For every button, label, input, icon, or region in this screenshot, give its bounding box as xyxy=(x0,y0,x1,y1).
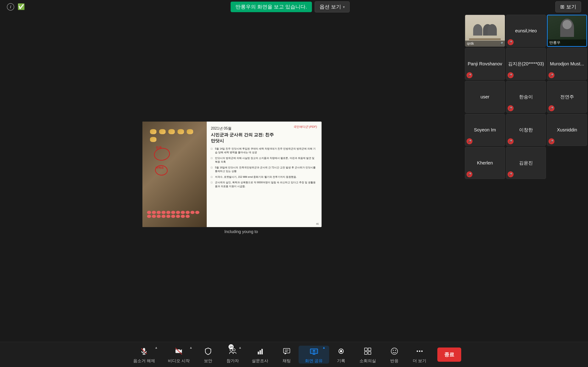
svg-rect-9 xyxy=(258,352,259,354)
slide-annotation-label1: 친주 xyxy=(156,146,162,150)
end-meeting-button[interactable]: 종료 xyxy=(437,348,461,362)
slide-title: 시민군과 군사위 간의 교전: 친주만닷시 xyxy=(211,132,317,144)
toolbar-share[interactable]: ▲ 화면 공유 xyxy=(299,346,329,364)
slide-bullets: 5월 14일 친주 민닷시에 투입된 쿠데타 세력 차량 6대가 친주 민방위군… xyxy=(211,147,317,188)
toolbar-chat[interactable]: 채팅 xyxy=(275,346,299,364)
svg-point-26 xyxy=(393,350,394,351)
mute-icon-junyeonju: 🎤 xyxy=(548,105,554,111)
svg-rect-11 xyxy=(261,349,263,354)
participant-cell-junyeonju: 전연주 🎤 xyxy=(547,81,587,113)
participant-name-kimyunjin: 김윤진 xyxy=(519,160,533,166)
mute-icon-murodjon: 🎤 xyxy=(548,72,554,78)
slide-annotation-label2: 버락죠 xyxy=(156,166,164,170)
info-icon[interactable]: i xyxy=(7,3,14,10)
toolbar-more[interactable]: 더 보기 xyxy=(406,346,433,364)
participant-cell-kimyunjin: 김윤진 🎤 xyxy=(506,147,546,179)
mute-arrow[interactable]: ▲ xyxy=(155,346,158,349)
top-bar-center: 딴롱우의 화면을 보고 있습니다. 옵션 보기 ▾ xyxy=(231,1,350,12)
mute-icon-kimyunjin: 🎤 xyxy=(508,171,514,177)
slide-bullet-1: 5월 14일 친주 민닷시에 투입된 쿠데타 세력 차량 6대가 친주 민방위군… xyxy=(211,147,317,154)
mic-off-icon xyxy=(138,346,149,357)
share-arrow[interactable]: ▲ xyxy=(322,346,326,349)
svg-point-8 xyxy=(233,349,235,351)
top-bar: i ✅ 딴롱우의 화면을 보고 있습니다. 옵션 보기 ▾ ⊞ 보기 xyxy=(0,0,588,14)
svg-point-30 xyxy=(421,350,423,352)
main-content: 친주 버락죠 국민에다군 (PDF) 2021년 05월 시민군과 군사위 간의… xyxy=(0,14,588,342)
slide-bullet-2: 민닷시의 방위군에 의해 사살된 장교의 소지품과 차량에서 펠로론, 아핀과 … xyxy=(211,156,317,164)
screen-share-area: 친주 버락죠 국민에다군 (PDF) 2021년 05월 시민군과 군사위 간의… xyxy=(0,14,464,342)
mute-icon-soyeon: 🎤 xyxy=(467,138,473,144)
toolbar-mute[interactable]: ▲ 음소거 해제 xyxy=(127,346,162,364)
participant-cell-xusniddin: Xusniddin 🎤 xyxy=(547,114,587,146)
participant-cell-panji: Panji Rovshanov 🎤 xyxy=(465,48,505,80)
toolbar-reaction[interactable]: 반응 xyxy=(382,346,406,364)
toolbar-survey[interactable]: 설문조사 xyxy=(245,346,275,364)
toolbar-participants[interactable]: ▲ 14 참가자 xyxy=(220,346,245,364)
participant-cell-ttanlongwoo: 딴롱우 xyxy=(547,15,587,47)
bottom-toolbar: ▲ 음소거 해제 ▲ 비디오 시작 xyxy=(0,342,588,367)
participant-cell-kherlen: Kherlen 🎤 xyxy=(465,147,505,179)
mute-icon-kherlen: 🎤 xyxy=(467,171,473,177)
video-arrow[interactable]: ▲ xyxy=(189,346,192,349)
participant-cell-murodjon: Murodjon Must... 🎤 xyxy=(547,48,587,80)
screen-share-badge: 딴롱우의 화면을 보고 있습니다. xyxy=(231,2,312,12)
participant-name-kimjiun: 김지은(20*****03) xyxy=(508,61,544,67)
slide-bullet-3: 5월 16일에 민닷시의 친족국민방위군과 군사위 간 72시간 교전 발생 후… xyxy=(211,166,317,173)
svg-rect-21 xyxy=(364,348,367,351)
chat-icon xyxy=(281,346,292,357)
breakout-label: 소회의실 xyxy=(359,358,376,364)
view-button[interactable]: ⊞ 보기 xyxy=(555,1,581,12)
slide-red-annotation: 국민에다군 (PDF) xyxy=(293,125,317,129)
participants-label: 참가자 xyxy=(226,358,239,364)
toolbar-security[interactable]: 보안 xyxy=(196,346,220,364)
toolbar-video[interactable]: ▲ 비디오 시작 xyxy=(162,346,196,364)
svg-point-25 xyxy=(391,348,398,354)
participant-cell-qntk: qntk 🎤 xyxy=(465,15,505,47)
mute-icon-leechang: 🎤 xyxy=(508,138,514,144)
mute-icon-kimjiun: 🎤 xyxy=(508,72,514,78)
toolbar-record[interactable]: 기록 xyxy=(329,346,353,364)
slide-page-number: 46 xyxy=(316,223,319,225)
slide-bullet-4: 저격수, 로켓발사기, 152 MM emd 중화기와 헬기와 전투기까지 동원… xyxy=(211,175,317,179)
participants-count-badge: 14 xyxy=(229,344,233,349)
mute-icon-panji: 🎤 xyxy=(467,72,473,78)
svg-point-20 xyxy=(340,350,342,352)
top-bar-right: ⊞ 보기 xyxy=(555,1,581,12)
participant-cell-eunsil: eunsil,Heo 🎤 xyxy=(506,15,546,47)
breakout-icon xyxy=(362,346,373,357)
svg-rect-10 xyxy=(259,350,261,354)
participant-name-eunsil: eunsil,Heo xyxy=(515,28,537,33)
svg-rect-22 xyxy=(368,348,371,351)
options-button[interactable]: 옵션 보기 ▾ xyxy=(315,1,350,12)
mute-icon-eunsil: 🎤 xyxy=(508,39,514,45)
participant-name-junyeonju: 전연주 xyxy=(560,94,574,100)
participant-cell-kimjiun: 김지은(20*****03) 🎤 xyxy=(506,48,546,80)
participant-name-qntk: qntk xyxy=(467,42,474,46)
toolbar-breakout[interactable]: 소회의실 xyxy=(353,346,382,364)
participant-name-xusniddin: Xusniddin xyxy=(557,127,577,133)
participants-arrow[interactable]: ▲ xyxy=(238,346,242,349)
record-icon xyxy=(336,346,346,357)
top-bar-left: i ✅ xyxy=(7,3,25,10)
participant-name-murodjon: Murodjon Must... xyxy=(550,61,584,67)
slide-content: 국민에다군 (PDF) 2021년 05월 시민군과 군사위 간의 교전: 친주… xyxy=(207,122,321,227)
survey-icon xyxy=(254,346,266,357)
svg-point-29 xyxy=(419,350,420,352)
participant-cell-soyeon: Soyeon Im 🎤 xyxy=(465,114,505,146)
more-label: 더 보기 xyxy=(413,358,426,364)
more-icon xyxy=(414,346,425,357)
participant-name-presenter: 딴롱우 xyxy=(549,40,561,45)
empty-cell xyxy=(547,147,587,179)
participant-name-leechang: 이창한 xyxy=(519,127,533,133)
svg-rect-24 xyxy=(368,352,371,354)
participant-cell-user: user xyxy=(465,81,505,113)
mute-icon-xusniddin: 🎤 xyxy=(548,138,554,144)
security-label: 보안 xyxy=(204,358,212,364)
reaction-label: 반응 xyxy=(390,358,398,364)
slide-container: 친주 버락죠 국민에다군 (PDF) 2021년 05월 시민군과 군사위 간의… xyxy=(142,122,321,227)
mute-label: 음소거 해제 xyxy=(133,358,155,364)
svg-rect-12 xyxy=(284,348,290,353)
reaction-icon xyxy=(389,346,400,357)
participants-grid: qntk 🎤 eunsil,Heo 🎤 딴롱우 Panji Rovshanov … xyxy=(464,14,588,342)
participants-icon: 14 xyxy=(227,346,238,357)
